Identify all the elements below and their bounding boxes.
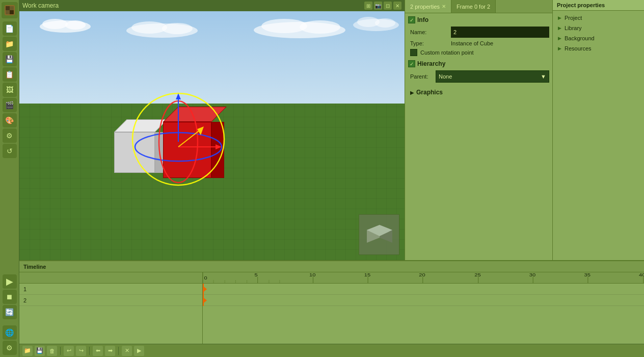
toolbar-cancel-icon[interactable]: ✕ [122,346,132,356]
custom-rotation-label: Custom rotation point [420,49,474,56]
gizmo-svg [127,88,229,190]
hierarchy-checkbox[interactable]: ✓ [408,60,415,67]
sidebar-icon-open[interactable]: 📁 [3,37,17,51]
parent-row: Parent: None ▼ [408,70,549,83]
svg-point-13 [300,20,340,34]
cloud-4 [351,13,401,32]
timeline-area: Timeline 1 2 [19,260,644,357]
cloud-2 [121,16,203,39]
sidebar-icon-save[interactable]: 💾 [3,52,17,66]
tab-frame-label: Frame 0 for 2 [457,4,490,10]
viewport-canvas[interactable] [19,11,405,260]
mini-cube-thumbnail [359,214,399,255]
viewport-icon-close[interactable]: ✕ [393,2,401,10]
project-panel-item-background[interactable]: ▶ Background [555,33,642,43]
custom-rotation-row: Custom rotation point [408,49,549,56]
graphics-label: Graphics [416,89,443,96]
background-item-label: Background [565,35,595,41]
toolbar-undo-icon[interactable]: ↩ [64,346,74,356]
library-expand-arrow: ▶ [558,26,561,31]
sidebar-icon-palette[interactable]: 🎨 [3,113,17,128]
sidebar-icon-globe[interactable]: 🌐 [3,325,17,340]
info-label: Info [417,16,428,23]
svg-point-10 [162,23,193,34]
graphics-expand-arrow: ▶ [410,90,414,95]
sidebar-icon-clipboard[interactable]: 📋 [3,67,17,82]
project-expand-arrow: ▶ [558,15,561,20]
type-label: Type: [410,40,451,46]
svg-point-6 [42,19,68,29]
viewport-icons: ⊞ 📷 ⊡ ✕ [364,2,401,10]
left-sidebar: 📄 📁 💾 📋 🖼 🎬 🎨 ⚙ ↺ ▶ ■ 🔄 🌐 ⚙ [0,0,19,357]
hierarchy-section-header: ✓ Hierarchy [408,60,549,67]
timeline-body-track-2[interactable] [203,295,644,306]
sidebar-icon-undo[interactable]: ↺ [3,144,17,158]
graphics-section-header[interactable]: ▶ Graphics [408,87,549,98]
sidebar-icon-play[interactable]: ▶ [3,274,17,289]
viewport-icon-view[interactable]: ⊡ [384,2,392,10]
svg-text:10: 10 [309,272,316,277]
name-label: Name: [410,29,451,35]
timeline-content: 1 2 [19,272,644,344]
timeline-ruler-area[interactable]: 0 5 10 15 20 2 [203,272,644,344]
toolbar-go-icon[interactable]: ▶ [134,346,144,356]
rotation-gizmo[interactable] [127,88,229,190]
sidebar-icon-refresh[interactable]: 🔄 [3,305,17,319]
project-panel-items: ▶ Project ▶ Library ▶ Background [553,11,644,56]
background-expand-arrow: ▶ [558,36,561,41]
project-properties-panel: Project properties ▶ Project ▶ Library [552,0,644,260]
properties-panel: 2 properties ✕ Frame 0 for 2 [405,0,552,260]
tab-frame[interactable]: Frame 0 for 2 [451,0,496,13]
svg-text:35: 35 [584,272,591,277]
timeline-track-names: 1 2 [19,272,203,344]
tab-2-properties[interactable]: 2 properties ✕ [405,0,451,13]
timeline-track-1: 1 [19,284,202,295]
sidebar-icon-video[interactable]: 🎬 [3,98,17,112]
resources-expand-arrow: ▶ [558,46,561,51]
tab-close-icon[interactable]: ✕ [442,4,446,9]
info-checkbox[interactable]: ✓ [408,16,415,23]
custom-rotation-checkbox[interactable] [410,49,417,56]
tab-2-properties-label: 2 properties [410,4,440,10]
viewport-title: Work camera [22,2,59,9]
sidebar-icon-settings[interactable]: ⚙ [3,129,17,143]
mini-cube-svg [359,215,400,256]
toolbar-delete-icon[interactable]: 🗑 [47,346,57,356]
timeline-body-track-1[interactable] [203,284,644,295]
project-panel-item-resources[interactable]: ▶ Resources [555,43,642,54]
svg-text:30: 30 [529,272,536,277]
name-input[interactable] [451,27,549,38]
svg-rect-2 [10,6,14,10]
sidebar-icon-gear[interactable]: ⚙ [3,341,17,355]
toolbar-redo-icon[interactable]: ↪ [76,346,86,356]
parent-select[interactable]: None ▼ [436,70,549,83]
viewport-icon-grid[interactable]: ⊞ [364,2,372,10]
parent-label: Parent: [410,73,436,80]
sidebar-icon-new[interactable]: 📄 [3,21,17,36]
svg-text:25: 25 [474,272,481,277]
svg-text:0: 0 [204,275,207,280]
svg-point-9 [131,21,167,34]
toolbar-prev-icon[interactable]: ⬅ [93,346,103,356]
toolbar-save-icon[interactable]: 💾 [35,346,45,356]
ruler-svg: 0 5 10 15 20 2 [203,272,644,283]
timeline-track-2: 2 [19,295,202,306]
properties-content: ✓ Info Name: Type: Instance of Cube [405,13,552,260]
project-panel-item-project[interactable]: ▶ Project [555,13,642,23]
viewport-icon-camera[interactable]: 📷 [374,2,382,10]
svg-text:5: 5 [254,272,258,277]
project-item-label: Project [565,15,582,21]
sidebar-icon-stop[interactable]: ■ [3,290,17,304]
type-row: Type: Instance of Cube [408,40,549,46]
timeline-header: Timeline [19,261,644,272]
project-panel-item-library[interactable]: ▶ Library [555,23,642,33]
sidebar-icon-image[interactable]: 🖼 [3,83,17,97]
properties-tabs: 2 properties ✕ Frame 0 for 2 [405,0,552,13]
parent-dropdown-arrow: ▼ [541,73,546,80]
toolbar-next-icon[interactable]: ➡ [105,346,115,356]
toolbar-separator-2 [89,347,90,355]
toolbar-folder-icon[interactable]: 📁 [22,346,33,356]
svg-point-7 [65,20,86,30]
svg-rect-3 [6,10,10,14]
svg-point-16 [375,18,395,28]
